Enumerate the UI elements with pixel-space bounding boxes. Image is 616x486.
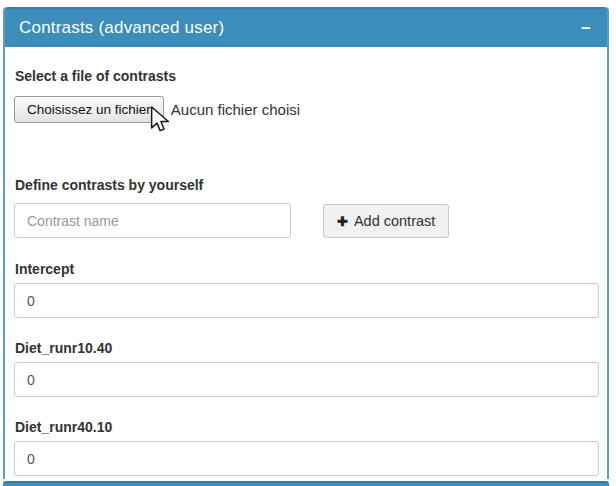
contrast-name-input[interactable] (14, 203, 291, 238)
choose-file-button[interactable]: Choisissez un fichier (14, 96, 164, 123)
diet-runr10-40-input[interactable] (14, 362, 599, 397)
contrasts-panel: Contrasts (advanced user) − Select a fil… (3, 7, 609, 479)
define-contrast-row: ✚ Add contrast (14, 203, 599, 238)
add-contrast-label: Add contrast (354, 213, 435, 229)
next-panel-header[interactable] (3, 481, 609, 486)
diet-runr40-10-label: Diet_runr40.10 (15, 418, 599, 436)
contrasts-screen: Contrasts (advanced user) − Select a fil… (0, 0, 616, 486)
define-section-label: Define contrasts by yourself (15, 176, 599, 194)
file-status-text: Aucun fichier choisi (171, 101, 300, 118)
collapse-minus-icon[interactable]: − (579, 20, 593, 37)
intercept-label: Intercept (15, 260, 599, 278)
add-contrast-button[interactable]: ✚ Add contrast (323, 204, 449, 238)
intercept-input[interactable] (14, 283, 599, 318)
panel-title: Contrasts (advanced user) (19, 18, 224, 38)
file-section-label: Select a file of contrasts (15, 67, 599, 85)
diet-runr10-40-label: Diet_runr10.40 (15, 339, 599, 357)
panel-header[interactable]: Contrasts (advanced user) − (5, 7, 607, 47)
panel-body: Select a file of contrasts Choisissez un… (5, 47, 607, 476)
diet-runr40-10-input[interactable] (14, 441, 599, 476)
plus-icon: ✚ (337, 214, 348, 229)
file-input-row: Choisissez un fichier Aucun fichier choi… (14, 96, 599, 123)
